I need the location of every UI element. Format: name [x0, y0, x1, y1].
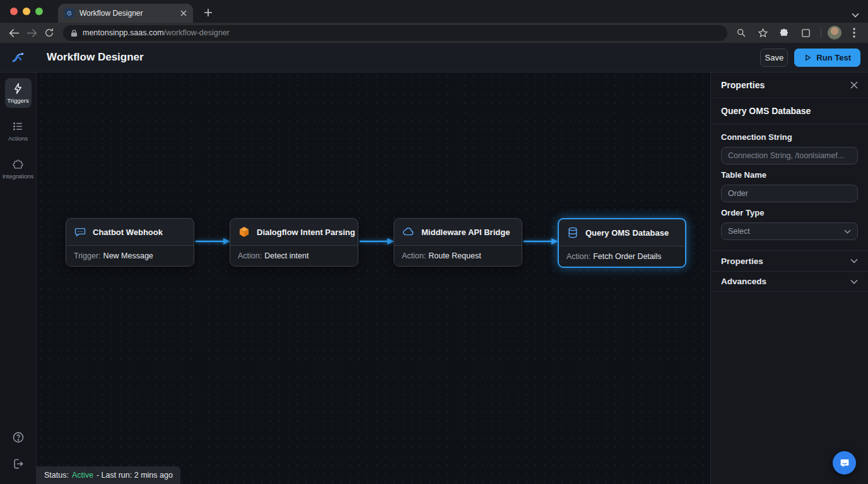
- browser-toolbar: mentonsinpp.saas.com/workflow-designer: [0, 23, 868, 43]
- chevron-down-icon[interactable]: [852, 13, 859, 18]
- status-label: Status:: [44, 471, 69, 480]
- app-logo-icon: [0, 50, 37, 65]
- page-title: Workflow Designer: [47, 51, 144, 64]
- node-meta-label: Action:: [566, 252, 590, 261]
- status-badge: Active: [72, 471, 93, 480]
- node-header: Middleware API Bridge: [394, 219, 522, 245]
- url-path: /workflow-designer: [164, 28, 230, 37]
- header-actions: Save Run Test: [760, 49, 868, 67]
- left-sidebar: Triggers Actions Integrations: [0, 72, 37, 484]
- accordion-label: Advanceds: [721, 277, 766, 286]
- node-meta-label: Trigger:: [74, 251, 101, 260]
- node-title: Chatbot Webhook: [93, 228, 163, 237]
- help-icon[interactable]: [12, 431, 25, 444]
- favicon-icon: [64, 8, 74, 18]
- minimize-window-button[interactable]: [23, 8, 30, 15]
- connector-arrow: [524, 238, 559, 245]
- order-type-selected-value: Select: [728, 227, 750, 236]
- logout-icon[interactable]: [12, 458, 25, 470]
- new-tab-button[interactable]: [199, 4, 217, 21]
- chat-bubble-icon: [74, 226, 86, 238]
- connection-string-input[interactable]: [721, 147, 858, 164]
- node-meta: Action:Route Request: [394, 245, 522, 266]
- close-window-button[interactable]: [10, 8, 18, 15]
- sidebar-item-label: Triggers: [7, 97, 29, 104]
- browser-tab-strip: Workflow Designer: [0, 0, 868, 23]
- node-chatbot-webhook[interactable]: Chatbot Webhook Trigger:New Message: [66, 218, 194, 267]
- address-bar[interactable]: mentonsinpp.saas.com/workflow-designer: [63, 25, 727, 41]
- toolbar-divider: [821, 28, 821, 38]
- table-name-label: Table Name: [721, 170, 858, 180]
- node-header: Chatbot Webhook: [66, 219, 194, 245]
- accordion-advanceds[interactable]: Advanceds: [711, 271, 868, 292]
- toolbar-actions: [732, 24, 863, 42]
- properties-form: Connection String Table Name Order Type …: [711, 124, 868, 250]
- lock-icon: [71, 29, 78, 37]
- back-icon[interactable]: [5, 24, 23, 42]
- url-domain: mentonsinpp.saas.com: [83, 28, 164, 37]
- node-header: Query OMS Database: [559, 219, 685, 246]
- connector-arrow: [360, 238, 395, 245]
- sidebar-item-integrations[interactable]: Integrations: [5, 154, 32, 183]
- order-type-select[interactable]: Select: [721, 222, 858, 240]
- chevron-down-icon: [844, 229, 851, 234]
- sidebar-item-actions[interactable]: Actions: [5, 116, 32, 146]
- browser-menu-icon[interactable]: [845, 24, 863, 42]
- search-icon[interactable]: [732, 24, 750, 42]
- chevron-down-icon: [850, 258, 858, 263]
- chat-widget-button[interactable]: [833, 451, 856, 475]
- sidebar-item-label: Actions: [8, 135, 28, 142]
- screen: Workflow Designer mentonsinpp.saas.com/w…: [0, 0, 868, 484]
- properties-panel-title: Properties: [721, 80, 765, 90]
- sidebar-item-triggers[interactable]: Triggers: [5, 78, 32, 108]
- node-meta: Action:Fetch Order Details: [559, 246, 685, 267]
- status-bar: Status: Active - Last run: 2 mins ago: [37, 466, 180, 484]
- sidebar-item-label: Integrations: [3, 173, 34, 180]
- forward-icon[interactable]: [23, 24, 40, 42]
- order-type-label: Order Type: [721, 208, 858, 217]
- extensions-puzzle-icon[interactable]: [775, 24, 793, 42]
- chevron-down-icon: [850, 279, 858, 284]
- node-title: Query OMS Database: [585, 228, 669, 238]
- node-dialogflow-intent-parsing[interactable]: Dialogflow Intent Parsing Action:Detect …: [230, 218, 358, 267]
- cloud-icon: [402, 226, 415, 238]
- node-middleware-api-bridge[interactable]: Middleware API Bridge Action:Route Reque…: [394, 218, 522, 267]
- properties-panel-header: Properties: [711, 72, 868, 98]
- node-title: Dialogflow Intent Parsing: [257, 228, 355, 237]
- lightning-bolt-icon: [12, 83, 24, 95]
- status-last-run: - Last run: 2 mins ago: [97, 471, 173, 480]
- table-name-input[interactable]: [721, 185, 858, 202]
- connection-string-label: Connection String: [721, 132, 858, 142]
- node-title: Middleware API Bridge: [421, 228, 510, 237]
- selected-node-name: Query OMS Database: [711, 98, 868, 124]
- tab-groups-icon[interactable]: [797, 24, 814, 42]
- browser-tab[interactable]: Workflow Designer: [58, 4, 193, 23]
- chat-messenger-icon: [839, 458, 850, 469]
- tab-close-icon[interactable]: [180, 10, 187, 16]
- node-query-oms-database[interactable]: Query OMS Database Action:Fetch Order De…: [558, 218, 686, 268]
- profile-avatar[interactable]: [828, 26, 842, 40]
- node-meta-value: New Message: [103, 251, 153, 260]
- close-icon[interactable]: [850, 81, 858, 89]
- maximize-window-button[interactable]: [35, 8, 43, 15]
- puzzle-piece-icon: [12, 158, 24, 170]
- window-controls: [0, 0, 53, 23]
- accordion-properties[interactable]: Properties: [711, 250, 868, 271]
- properties-panel: Properties Query OMS Database Connection…: [710, 72, 868, 484]
- run-test-button[interactable]: Run Test: [794, 49, 860, 67]
- node-meta-label: Action:: [238, 251, 262, 260]
- save-button[interactable]: Save: [760, 49, 788, 67]
- node-meta: Action:Detect intent: [230, 245, 358, 266]
- bullet-list-icon: [12, 120, 24, 132]
- bookmark-star-icon[interactable]: [754, 24, 771, 42]
- workflow-canvas[interactable]: Chatbot Webhook Trigger:New Message Dial…: [37, 72, 710, 484]
- sidebar-bottom: [12, 431, 25, 484]
- accordion-label: Properties: [721, 256, 763, 266]
- database-icon: [566, 226, 579, 239]
- orange-cube-icon: [238, 226, 250, 238]
- tab-title: Workflow Designer: [79, 9, 175, 18]
- reload-icon[interactable]: [40, 24, 58, 42]
- node-meta-value: Detect intent: [264, 251, 308, 260]
- url-text: mentonsinpp.saas.com/workflow-designer: [83, 28, 230, 37]
- node-header: Dialogflow Intent Parsing: [230, 219, 358, 245]
